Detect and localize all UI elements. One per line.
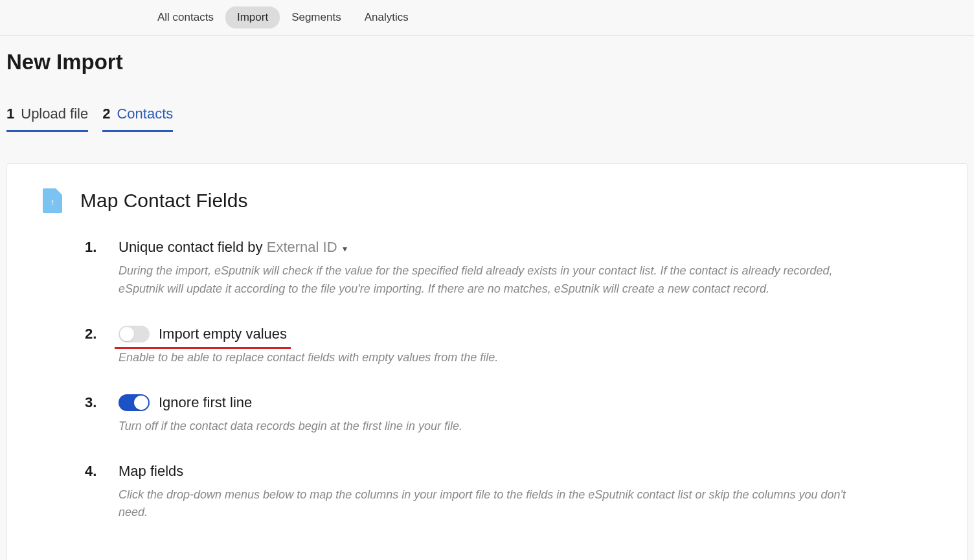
chevron-down-icon[interactable]: ▾ xyxy=(343,243,347,254)
option-ignore-first-line: 3. Ignore first line Turn off if the con… xyxy=(85,394,934,436)
step-label: Contacts xyxy=(117,106,173,122)
unique-field-dropdown[interactable]: External ID xyxy=(267,239,337,255)
option-label-prefix: Unique contact field by xyxy=(119,239,267,255)
option-list: 1. Unique contact field by External ID ▾… xyxy=(85,239,934,522)
option-number: 4. xyxy=(85,463,103,480)
option-description: Enable to be able to replace contact fie… xyxy=(119,349,876,367)
step-tabs: 1 Upload file 2 Contacts xyxy=(0,74,974,132)
step-upload-file[interactable]: 1 Upload file xyxy=(6,106,88,132)
page-title: New Import xyxy=(0,36,974,74)
option-number: 1. xyxy=(85,239,103,256)
tab-import[interactable]: Import xyxy=(225,6,280,28)
option-label: Import empty values xyxy=(159,326,287,342)
option-label: Map fields xyxy=(119,463,183,480)
step-number: 1 xyxy=(6,106,14,122)
ignore-first-line-toggle[interactable] xyxy=(119,394,150,411)
option-map-fields: 4. Map fields Click the drop-down menus … xyxy=(85,463,934,522)
card-header: Map Contact Fields xyxy=(43,188,934,213)
map-fields-card: Map Contact Fields 1. Unique contact fie… xyxy=(6,163,968,560)
step-contacts[interactable]: 2 Contacts xyxy=(102,106,173,132)
option-number: 3. xyxy=(85,394,103,411)
option-unique-field: 1. Unique contact field by External ID ▾… xyxy=(85,239,934,298)
option-import-empty: 2. Import empty values Enable to be able… xyxy=(85,326,934,367)
option-number: 2. xyxy=(85,326,103,342)
top-nav-tabs: All contacts Import Segments Analytics xyxy=(0,0,974,36)
card-title: Map Contact Fields xyxy=(80,190,247,212)
tab-segments[interactable]: Segments xyxy=(280,6,353,28)
upload-file-icon xyxy=(43,188,62,213)
step-number: 2 xyxy=(102,106,110,122)
tab-analytics[interactable]: Analytics xyxy=(353,6,420,28)
option-description: During the import, eSputnik will check i… xyxy=(119,262,876,298)
tab-all-contacts[interactable]: All contacts xyxy=(146,6,225,28)
option-description: Click the drop-down menus below to map t… xyxy=(119,486,876,522)
import-empty-toggle[interactable] xyxy=(119,326,150,342)
option-label: Ignore first line xyxy=(159,394,252,411)
step-label: Upload file xyxy=(21,106,88,122)
option-description: Turn off if the contact data records beg… xyxy=(119,418,876,436)
